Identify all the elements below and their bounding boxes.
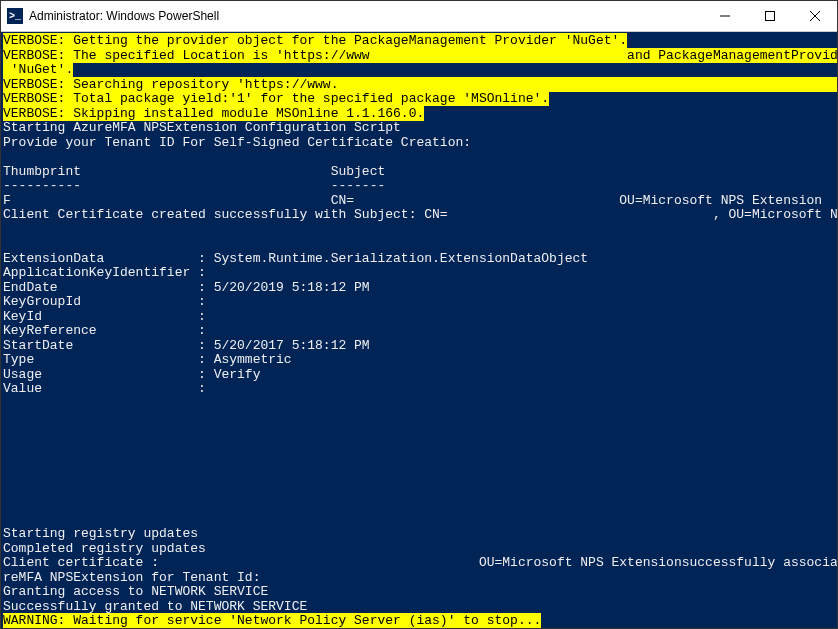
console-line: Successfully granted to NETWORK SERVICE bbox=[3, 600, 835, 615]
console-line: Client Certificate created successfully … bbox=[3, 208, 835, 223]
console-line: StartDate : 5/20/2017 5:18:12 PM bbox=[3, 339, 835, 354]
console-line: KeyGroupId : bbox=[3, 295, 835, 310]
console-line: VERBOSE: Searching repository 'https://w… bbox=[3, 78, 835, 93]
highlighted-text: 'NuGet'. bbox=[3, 62, 73, 77]
console-line: VERBOSE: Getting the provider object for… bbox=[3, 34, 835, 49]
close-icon bbox=[810, 11, 820, 21]
highlighted-text: VERBOSE: Getting the provider object for… bbox=[3, 33, 627, 48]
console-line: Value : bbox=[3, 382, 835, 397]
console-line: Client certificate : OU=Microsoft NPS Ex… bbox=[3, 556, 835, 571]
highlighted-text: WARNING: Waiting for service 'Network Po… bbox=[3, 628, 541, 629]
close-button[interactable] bbox=[792, 1, 837, 31]
console-line: KeyId : bbox=[3, 310, 835, 325]
console-line: Thumbprint Subject bbox=[3, 165, 835, 180]
console-line: VERBOSE: Skipping installed module MSOnl… bbox=[3, 107, 835, 122]
console-line: Provide your Tenant ID For Self-Signed C… bbox=[3, 136, 835, 151]
console-line bbox=[3, 469, 835, 484]
highlighted-text: VERBOSE: Skipping installed module MSOnl… bbox=[3, 106, 424, 121]
console-line bbox=[3, 397, 835, 412]
highlighted-text: VERBOSE: Total package yield:'1' for the… bbox=[3, 91, 549, 106]
console-line bbox=[3, 498, 835, 513]
console-line bbox=[3, 440, 835, 455]
console-line: EndDate : 5/20/2019 5:18:12 PM bbox=[3, 281, 835, 296]
console-line bbox=[3, 150, 835, 165]
console-line: Starting AzureMFA NPSExtension Configura… bbox=[3, 121, 835, 136]
highlighted-text: VERBOSE: The specified Location is 'http… bbox=[3, 48, 837, 63]
powershell-window: >_ Administrator: Windows PowerShell VER… bbox=[0, 0, 838, 629]
console-line bbox=[3, 455, 835, 470]
console-line: Type : Asymmetric bbox=[3, 353, 835, 368]
console-line: Completed registry updates bbox=[3, 542, 835, 557]
console-line: reMFA NPSExtension for Tenant Id: bbox=[3, 571, 835, 586]
console-line: F CN= OU=Microsoft NPS Extension bbox=[3, 194, 835, 209]
console-line: ExtensionData : System.Runtime.Serializa… bbox=[3, 252, 835, 267]
window-title: Administrator: Windows PowerShell bbox=[29, 9, 702, 23]
maximize-button[interactable] bbox=[747, 1, 792, 31]
highlighted-text: VERBOSE: Searching repository 'https://w… bbox=[3, 77, 837, 92]
maximize-icon bbox=[765, 11, 775, 21]
console-line: WARNING: Waiting for service 'Network Po… bbox=[3, 614, 835, 628]
powershell-icon: >_ bbox=[7, 8, 23, 24]
console-line: Granting access to NETWORK SERVICE bbox=[3, 585, 835, 600]
console-line bbox=[3, 484, 835, 499]
console-line: VERBOSE: The specified Location is 'http… bbox=[3, 49, 835, 64]
console-line: Usage : Verify bbox=[3, 368, 835, 383]
console-line bbox=[3, 411, 835, 426]
console-line bbox=[3, 237, 835, 252]
console-line: Starting registry updates bbox=[3, 527, 835, 542]
console-line: 'NuGet'. bbox=[3, 63, 835, 78]
highlighted-text: WARNING: Waiting for service 'Network Po… bbox=[3, 613, 541, 628]
console-line bbox=[3, 426, 835, 441]
titlebar[interactable]: >_ Administrator: Windows PowerShell bbox=[1, 1, 837, 32]
console-line: VERBOSE: Total package yield:'1' for the… bbox=[3, 92, 835, 107]
minimize-button[interactable] bbox=[702, 1, 747, 31]
window-controls bbox=[702, 1, 837, 31]
minimize-icon bbox=[720, 11, 730, 21]
console-line bbox=[3, 513, 835, 528]
svg-rect-1 bbox=[765, 12, 774, 21]
console-line: ---------- ------- bbox=[3, 179, 835, 194]
console-line: ApplicationKeyIdentifier : bbox=[3, 266, 835, 281]
console-line bbox=[3, 223, 835, 238]
console-output[interactable]: VERBOSE: Getting the provider object for… bbox=[1, 32, 837, 628]
console-line: KeyReference : bbox=[3, 324, 835, 339]
